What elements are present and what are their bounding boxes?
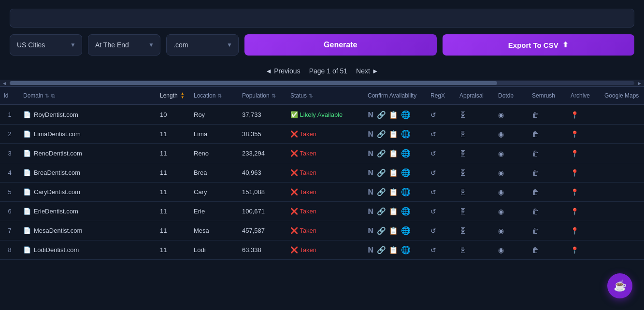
- archive-icon[interactable]: 📍: [571, 150, 579, 157]
- cell-archive[interactable]: 📍: [567, 183, 601, 202]
- semrush-icon[interactable]: 🗑: [532, 130, 539, 138]
- th-length[interactable]: Length ▲ ▼: [156, 87, 190, 105]
- appraisal-icon[interactable]: 🗄: [459, 246, 466, 254]
- domain-name[interactable]: LimaDentist.com: [34, 130, 81, 138]
- appraisal-icon[interactable]: 🗄: [459, 169, 466, 177]
- link-icon[interactable]: 🔗: [377, 188, 386, 197]
- cell-semrush[interactable]: 🗑: [528, 202, 567, 221]
- clipboard-icon[interactable]: 📋: [389, 149, 398, 158]
- namecheap-icon[interactable]: 𝗡: [368, 207, 374, 216]
- semrush-icon[interactable]: 🗑: [532, 208, 539, 215]
- link-icon[interactable]: 🔗: [377, 130, 386, 139]
- scroll-right-arrow[interactable]: ►: [635, 80, 644, 86]
- cell-regx[interactable]: ↺: [427, 144, 456, 163]
- archive-icon[interactable]: 📍: [571, 208, 579, 215]
- cell-archive[interactable]: 📍: [567, 221, 601, 240]
- dotdb-icon[interactable]: ◉: [498, 188, 504, 196]
- cell-appraisal[interactable]: 🗄: [456, 144, 494, 163]
- cell-dotdb[interactable]: ◉: [494, 202, 528, 221]
- domain-name[interactable]: MesaDentist.com: [34, 227, 82, 234]
- globe-icon[interactable]: 🌐: [401, 168, 411, 177]
- regx-icon[interactable]: ↺: [430, 188, 436, 196]
- link-icon[interactable]: 🔗: [377, 169, 386, 177]
- archive-icon[interactable]: 📍: [571, 130, 579, 138]
- th-status[interactable]: Status ⇅: [286, 87, 364, 105]
- th-population[interactable]: Population ⇅: [238, 87, 286, 105]
- domain-name[interactable]: ErieDentist.com: [34, 208, 78, 215]
- semrush-icon[interactable]: 🗑: [532, 169, 539, 177]
- link-icon[interactable]: 🔗: [377, 149, 386, 158]
- link-icon[interactable]: 🔗: [377, 246, 386, 254]
- globe-icon[interactable]: 🌐: [401, 129, 411, 139]
- namecheap-icon[interactable]: 𝗡: [368, 169, 374, 177]
- location-select-wrapper[interactable]: US Cities US States World Cities ▼: [10, 34, 82, 56]
- scroll-thumb[interactable]: [10, 81, 497, 85]
- cell-regx[interactable]: ↺: [427, 202, 456, 221]
- cell-dotdb[interactable]: ◉: [494, 125, 528, 144]
- cell-regx[interactable]: ↺: [427, 105, 456, 125]
- regx-icon[interactable]: ↺: [430, 227, 436, 235]
- appraisal-icon[interactable]: 🗄: [459, 227, 466, 235]
- horizontal-scrollbar[interactable]: ◄ ►: [0, 80, 644, 86]
- cell-semrush[interactable]: 🗑: [528, 163, 567, 183]
- dotdb-icon[interactable]: ◉: [498, 111, 504, 119]
- position-select-wrapper[interactable]: At The End At The Start Both Ends ▼: [88, 34, 160, 56]
- cell-dotdb[interactable]: ◉: [494, 221, 528, 240]
- globe-icon[interactable]: 🌐: [401, 110, 411, 119]
- regx-icon[interactable]: ↺: [430, 150, 436, 157]
- archive-icon[interactable]: 📍: [571, 169, 579, 177]
- clipboard-icon[interactable]: 📋: [389, 226, 398, 235]
- namecheap-icon[interactable]: 𝗡: [368, 246, 374, 254]
- dotdb-icon[interactable]: ◉: [498, 246, 504, 254]
- globe-icon[interactable]: 🌐: [401, 207, 411, 216]
- semrush-icon[interactable]: 🗑: [532, 227, 539, 235]
- cell-dotdb[interactable]: ◉: [494, 105, 528, 125]
- archive-icon[interactable]: 📍: [571, 188, 579, 196]
- regx-icon[interactable]: ↺: [430, 111, 436, 119]
- cell-appraisal[interactable]: 🗄: [456, 183, 494, 202]
- cell-semrush[interactable]: 🗑: [528, 125, 567, 144]
- cell-dotdb[interactable]: ◉: [494, 240, 528, 260]
- domain-name[interactable]: LodiDentist.com: [34, 246, 79, 254]
- dotdb-icon[interactable]: ◉: [498, 227, 504, 235]
- cell-regx[interactable]: ↺: [427, 240, 456, 260]
- tld-select[interactable]: .com .net .org .io: [173, 41, 231, 49]
- regx-icon[interactable]: ↺: [430, 246, 436, 254]
- location-select[interactable]: US Cities US States World Cities: [17, 41, 75, 49]
- cell-semrush[interactable]: 🗑: [528, 144, 567, 163]
- search-input[interactable]: dentist: [10, 9, 634, 28]
- clipboard-icon[interactable]: 📋: [389, 188, 398, 197]
- globe-icon[interactable]: 🌐: [401, 245, 411, 254]
- cell-regx[interactable]: ↺: [427, 125, 456, 144]
- cell-semrush[interactable]: 🗑: [528, 183, 567, 202]
- semrush-icon[interactable]: 🗑: [532, 188, 539, 196]
- cell-appraisal[interactable]: 🗄: [456, 105, 494, 125]
- clipboard-icon[interactable]: 📋: [389, 130, 398, 139]
- semrush-icon[interactable]: 🗑: [532, 150, 539, 157]
- appraisal-icon[interactable]: 🗄: [459, 188, 466, 196]
- cell-regx[interactable]: ↺: [427, 183, 456, 202]
- cell-dotdb[interactable]: ◉: [494, 163, 528, 183]
- next-button[interactable]: Next ►: [356, 67, 379, 75]
- archive-icon[interactable]: 📍: [571, 246, 579, 254]
- archive-icon[interactable]: 📍: [571, 227, 579, 235]
- link-icon[interactable]: 🔗: [377, 111, 386, 119]
- tld-select-wrapper[interactable]: .com .net .org .io ▼: [166, 34, 239, 56]
- cell-archive[interactable]: 📍: [567, 125, 601, 144]
- length-sort-down[interactable]: ▼: [181, 96, 185, 99]
- export-button[interactable]: Export To CSV ⬆: [443, 34, 635, 56]
- namecheap-icon[interactable]: 𝗡: [368, 130, 374, 139]
- domain-name[interactable]: BreaDentist.com: [34, 169, 80, 176]
- regx-icon[interactable]: ↺: [430, 130, 436, 138]
- cell-archive[interactable]: 📍: [567, 144, 601, 163]
- cell-archive[interactable]: 📍: [567, 105, 601, 125]
- cell-appraisal[interactable]: 🗄: [456, 202, 494, 221]
- appraisal-icon[interactable]: 🗄: [459, 130, 466, 138]
- globe-icon[interactable]: 🌐: [401, 187, 411, 197]
- namecheap-icon[interactable]: 𝗡: [368, 226, 374, 235]
- globe-icon[interactable]: 🌐: [401, 226, 411, 235]
- clipboard-icon[interactable]: 📋: [389, 246, 398, 254]
- link-icon[interactable]: 🔗: [377, 226, 386, 235]
- dotdb-icon[interactable]: ◉: [498, 130, 504, 138]
- appraisal-icon[interactable]: 🗄: [459, 111, 466, 119]
